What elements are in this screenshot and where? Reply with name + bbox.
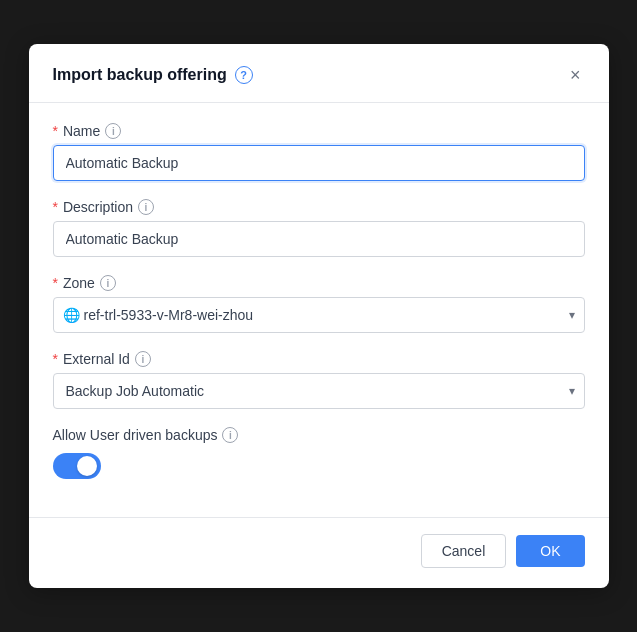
allow-user-driven-toggle[interactable] xyxy=(53,453,101,479)
dialog-body: * Name i * Description i * Zon xyxy=(29,103,609,517)
cancel-button[interactable]: Cancel xyxy=(421,534,507,568)
zone-required-star: * xyxy=(53,275,58,291)
close-button[interactable]: × xyxy=(566,64,585,86)
import-backup-dialog: Import backup offering ? × * Name i * xyxy=(29,44,609,588)
description-required-star: * xyxy=(53,199,58,215)
allow-user-driven-group: Allow User driven backups i xyxy=(53,427,585,479)
dialog-title-row: Import backup offering ? xyxy=(53,66,253,84)
external-id-info-icon[interactable]: i xyxy=(135,351,151,367)
description-input[interactable] xyxy=(53,221,585,257)
toggle-thumb xyxy=(77,456,97,476)
external-id-select-wrapper: Backup Job Automatic ▾ xyxy=(53,373,585,409)
zone-select[interactable]: ref-trl-5933-v-Mr8-wei-zhou xyxy=(53,297,585,333)
name-field-group: * Name i xyxy=(53,123,585,181)
toggle-wrapper xyxy=(53,453,585,479)
allow-user-driven-info-icon[interactable]: i xyxy=(222,427,238,443)
name-input[interactable] xyxy=(53,145,585,181)
help-icon[interactable]: ? xyxy=(235,66,253,84)
dialog-footer: Cancel OK xyxy=(29,517,609,588)
external-id-field-group: * External Id i Backup Job Automatic ▾ xyxy=(53,351,585,409)
ok-button[interactable]: OK xyxy=(516,535,584,567)
external-id-label: * External Id i xyxy=(53,351,585,367)
zone-label: * Zone i xyxy=(53,275,585,291)
name-required-star: * xyxy=(53,123,58,139)
name-info-icon[interactable]: i xyxy=(105,123,121,139)
zone-select-wrapper: 🌐 ref-trl-5933-v-Mr8-wei-zhou ▾ xyxy=(53,297,585,333)
external-id-required-star: * xyxy=(53,351,58,367)
zone-field-group: * Zone i 🌐 ref-trl-5933-v-Mr8-wei-zhou ▾ xyxy=(53,275,585,333)
dialog-title: Import backup offering xyxy=(53,66,227,84)
zone-info-icon[interactable]: i xyxy=(100,275,116,291)
name-label: * Name i xyxy=(53,123,585,139)
external-id-select[interactable]: Backup Job Automatic xyxy=(53,373,585,409)
allow-user-driven-label: Allow User driven backups i xyxy=(53,427,585,443)
description-info-icon[interactable]: i xyxy=(138,199,154,215)
description-label: * Description i xyxy=(53,199,585,215)
dialog-header: Import backup offering ? × xyxy=(29,44,609,103)
description-field-group: * Description i xyxy=(53,199,585,257)
